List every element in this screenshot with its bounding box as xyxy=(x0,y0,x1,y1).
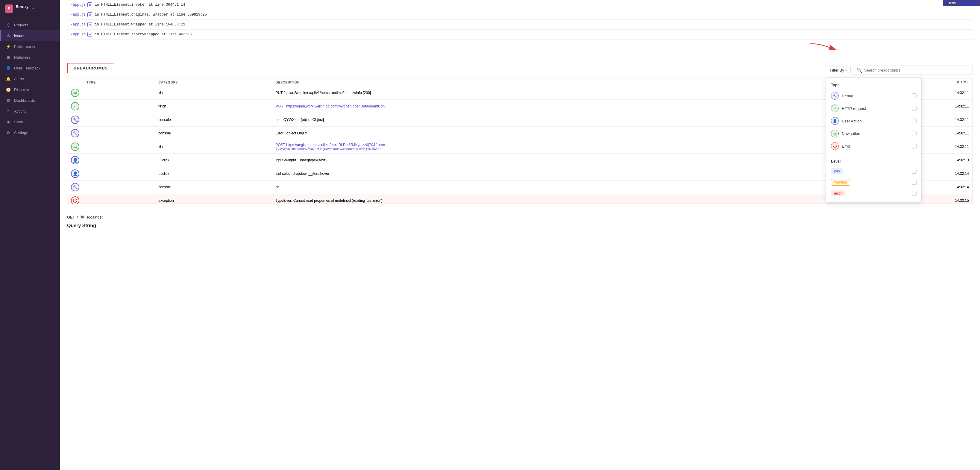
row-icon-cell: 🔧 xyxy=(67,180,83,194)
sidebar-item-label: Issues xyxy=(14,33,25,38)
stack-location: in HTMLLIElement.invoker at line 364461:… xyxy=(95,3,185,7)
issues-icon: ⚠ xyxy=(6,33,11,38)
sidebar-item-settings[interactable]: ⚙ Settings xyxy=(0,127,60,138)
filter-type-debug[interactable]: 🔧 Debug xyxy=(826,89,921,102)
sidebar-item-issues[interactable]: ⚠ Issues xyxy=(0,30,60,41)
stack-file-icon: ⊞ xyxy=(88,12,92,17)
col-description: DESCRIPTION xyxy=(272,78,797,86)
row-category: console xyxy=(155,127,272,140)
stack-file-icon: ⊞ xyxy=(88,32,92,37)
row-category: ui.click xyxy=(155,167,272,180)
sidebar-item-dashboards[interactable]: ⊟ Dashboards xyxy=(0,95,60,106)
stack-trace-section: /app.js ⊞ in HTMLLIElement.invoker at li… xyxy=(60,0,980,40)
error-type-checkbox[interactable] xyxy=(912,144,916,148)
get-path: GET / ⊞ localhost xyxy=(67,215,973,220)
debug-icon: 🔧 xyxy=(831,92,839,100)
row-description: cb xyxy=(272,180,797,194)
sidebar-item-alerts[interactable]: 🔔 Alerts xyxy=(0,73,60,84)
bottom-section: GET / ⊞ localhost Query String xyxy=(60,210,980,233)
fetch-link[interactable]: POST https://open.work.weixin.qq.com/wwo… xyxy=(275,104,388,108)
breadcrumbs-section: BREADCRUMBS Filter By ▾ xyxy=(60,61,980,210)
releases-icon: ⊞ xyxy=(6,54,11,60)
filter-type-http[interactable]: ⇄ HTTP request xyxy=(826,102,921,115)
page-icon: ⊞ xyxy=(80,215,85,220)
sidebar-header[interactable]: S Sentry ··· ▾ xyxy=(0,0,60,17)
filter-type-error[interactable]: ⏻ Error xyxy=(826,140,921,152)
console-icon: 🔧 xyxy=(71,183,80,191)
ui-icon: 👤 xyxy=(71,156,80,164)
http-checkbox[interactable] xyxy=(912,106,916,111)
console-icon: 🔧 xyxy=(71,116,80,124)
row-icon-cell: ⇄ xyxy=(67,140,83,154)
breadcrumbs-container: BREADCRUMBS Filter By ▾ xyxy=(60,61,980,233)
sidebar-nav: ⬡ Projects ⚠ Issues ⚡ Performance ⊞ Rele… xyxy=(0,17,60,470)
row-description: input.el-input__inner[type="text"] xyxy=(272,154,797,167)
row-icon-cell: 🔧 xyxy=(67,113,83,127)
search-icon: 🔍 xyxy=(856,67,862,73)
row-type xyxy=(83,194,155,204)
userid-value xyxy=(958,2,977,5)
filter-level-error[interactable]: error xyxy=(826,188,921,199)
filter-by-button[interactable]: Filter By ▾ xyxy=(826,66,851,74)
sidebar-item-releases[interactable]: ⊞ Releases xyxy=(0,52,60,62)
row-icon-cell: 👤 xyxy=(67,154,83,167)
sidebar-item-user-feedback[interactable]: 👤 User Feedback xyxy=(0,62,60,73)
warning-checkbox[interactable] xyxy=(912,180,916,185)
sidebar-item-performance[interactable]: ⚡ Performance xyxy=(0,41,60,52)
dashboards-icon: ⊟ xyxy=(6,97,11,103)
filter-dropdown: Type 🔧 Debug ⇄ xyxy=(826,77,922,203)
sidebar-item-stats[interactable]: ⊞ Stats xyxy=(0,116,60,127)
page-icon-symbol: ⊞ xyxy=(81,215,84,219)
breadcrumb-search-input[interactable] xyxy=(864,68,969,72)
row-type xyxy=(83,167,155,180)
userid-bar: userId xyxy=(943,0,980,6)
navigation-label: Navigation xyxy=(842,131,860,136)
row-category: xhr xyxy=(155,86,272,100)
row-description: PUT /qiqiao2/runtime/api/v1/bpms-runtime… xyxy=(272,86,797,100)
warning-chip: warning xyxy=(831,179,850,186)
settings-icon: ⚙ xyxy=(6,130,11,135)
filter-type-user-action[interactable]: 👤 User Action xyxy=(826,115,921,127)
stack-file-icon: ⊞ xyxy=(88,22,92,27)
host: localhost xyxy=(87,215,102,220)
row-type xyxy=(83,140,155,154)
user-feedback-icon: 👤 xyxy=(6,65,11,71)
debug-checkbox[interactable] xyxy=(912,93,916,98)
filter-level-warning[interactable]: warning xyxy=(826,177,921,188)
row-type xyxy=(83,180,155,194)
org-name: Sentry xyxy=(16,4,29,9)
info-checkbox[interactable] xyxy=(912,169,916,174)
row-description: POST https://aegis.qq.com/collect?id=bRL… xyxy=(272,140,797,154)
filter-item-left: 👤 User Action xyxy=(831,117,861,125)
content-scroll[interactable]: /app.js ⊞ in HTMLLIElement.invoker at li… xyxy=(60,0,980,470)
row-icon-cell: 🔧 xyxy=(67,127,83,140)
user-action-checkbox[interactable] xyxy=(912,119,916,123)
filter-item-left: 🔧 Debug xyxy=(831,92,853,100)
filter-by-label: Filter By xyxy=(830,68,844,72)
sentry-logo: S xyxy=(5,5,13,13)
filter-item-left: ⇄ HTTP request xyxy=(831,105,866,112)
row-category: exception xyxy=(155,194,272,204)
stack-line: /app.js ⊞ in HTMLLIElement.sentryWrapped… xyxy=(67,30,973,40)
sidebar-item-discover[interactable]: 🧭 Discover xyxy=(0,84,60,95)
sidebar-item-activity[interactable]: ≡ Activity xyxy=(0,106,60,116)
xhr-icon: ⇄ xyxy=(71,142,80,151)
filter-chevron-icon: ▾ xyxy=(845,69,847,72)
filter-level-info[interactable]: info xyxy=(826,166,921,177)
alerts-icon: 🔔 xyxy=(6,76,11,81)
error-level-checkbox[interactable] xyxy=(912,191,916,196)
sidebar-item-projects[interactable]: ⬡ Projects xyxy=(0,19,60,30)
row-description: POST https://open.work.weixin.qq.com/wwo… xyxy=(272,100,797,113)
row-category: ui.click xyxy=(155,154,272,167)
col-type xyxy=(67,78,83,86)
fetch-icon: ⇄ xyxy=(71,102,80,110)
main-content: userId /app.js ⊞ in HTMLLIElement.invoke… xyxy=(60,0,980,470)
filter-type-navigation[interactable]: ◎ Navigation xyxy=(826,127,921,140)
activity-icon: ≡ xyxy=(6,108,11,114)
row-icon-cell: ⇄ xyxy=(67,100,83,113)
discover-icon: 🧭 xyxy=(6,87,11,92)
row-category: fetch xyxy=(155,100,272,113)
navigation-checkbox[interactable] xyxy=(912,131,916,136)
row-type xyxy=(83,100,155,113)
xhr-link[interactable]: POST https://aegis.qq.com/collect?id=bRL… xyxy=(275,143,388,147)
